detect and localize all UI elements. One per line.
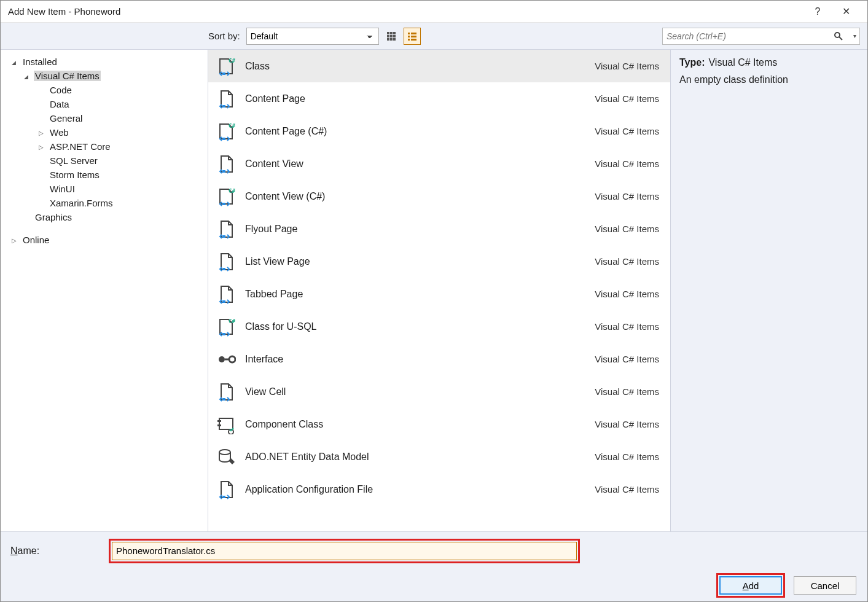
template-class-for-u-sql[interactable]: C# Class for U-SQL Visual C# Items bbox=[208, 310, 670, 343]
svg-rect-33 bbox=[222, 398, 225, 401]
template-content-page[interactable]: Content Page Visual C# Items bbox=[208, 82, 670, 115]
svg-rect-4 bbox=[390, 35, 393, 37]
tree-xamarin[interactable]: Xamarin.Forms bbox=[1, 196, 208, 210]
template-tabbed-page[interactable]: Tabbed Page Visual C# Items bbox=[208, 278, 670, 310]
search-icon[interactable] bbox=[834, 31, 850, 41]
template-content-page-c-[interactable]: C# Content Page (C#) Visual C# Items bbox=[208, 115, 670, 147]
template-name: List View Page bbox=[245, 256, 586, 267]
svg-text:C#: C# bbox=[229, 123, 235, 129]
close-button[interactable]: ✕ bbox=[832, 6, 860, 17]
template-category: Visual C# Items bbox=[595, 289, 659, 299]
search-dropdown-icon[interactable]: ▾ bbox=[850, 33, 859, 39]
toolbar: Sort by: Default ▾ bbox=[1, 23, 867, 50]
tree-web[interactable]: Web bbox=[1, 125, 208, 139]
svg-rect-12 bbox=[411, 36, 416, 37]
svg-point-32 bbox=[229, 356, 235, 362]
template-application-configuration-file[interactable]: Application Configuration File Visual C#… bbox=[208, 473, 670, 506]
template-view-cell[interactable]: View Cell Visual C# Items bbox=[208, 375, 670, 408]
name-input-highlight bbox=[109, 539, 580, 563]
svg-rect-3 bbox=[387, 35, 389, 37]
svg-text:C#: C# bbox=[229, 58, 235, 64]
template-icon bbox=[216, 88, 237, 109]
tree-sqlserver[interactable]: SQL Server bbox=[1, 154, 208, 168]
svg-rect-36 bbox=[217, 424, 221, 426]
template-name: Content View bbox=[245, 158, 586, 170]
template-category: Visual C# Items bbox=[595, 158, 659, 169]
svg-rect-11 bbox=[408, 36, 410, 37]
list-icon bbox=[407, 31, 417, 41]
template-ado-net-entity-data-model[interactable]: ADO.NET Entity Data Model Visual C# Item… bbox=[208, 440, 670, 473]
name-input[interactable] bbox=[112, 542, 577, 560]
tree-csharp-items[interactable]: Visual C# Items bbox=[1, 69, 208, 83]
tree-winui[interactable]: WinUI bbox=[1, 182, 208, 196]
template-category: Visual C# Items bbox=[595, 452, 659, 462]
template-component-class[interactable]: Component Class Visual C# Items bbox=[208, 408, 670, 440]
svg-point-15 bbox=[835, 33, 840, 37]
template-icon bbox=[216, 381, 237, 402]
cancel-button[interactable]: Cancel bbox=[794, 576, 856, 595]
svg-rect-29 bbox=[222, 333, 225, 335]
sort-select[interactable]: Default bbox=[246, 28, 379, 45]
svg-rect-39 bbox=[222, 496, 225, 498]
template-content-view-c-[interactable]: C# Content View (C#) Visual C# Items bbox=[208, 180, 670, 213]
tree-installed[interactable]: Installed bbox=[1, 55, 208, 69]
template-name: Content Page bbox=[245, 93, 586, 104]
svg-rect-9 bbox=[408, 33, 410, 34]
template-name: Class bbox=[245, 61, 586, 72]
template-interface[interactable]: Interface Visual C# Items bbox=[208, 343, 670, 375]
template-icon bbox=[216, 284, 237, 305]
svg-text:C#: C# bbox=[229, 318, 235, 324]
add-button[interactable]: Add bbox=[719, 576, 782, 595]
help-button[interactable]: ? bbox=[803, 6, 832, 17]
template-icon bbox=[216, 154, 237, 174]
tree-online[interactable]: Online bbox=[1, 233, 208, 247]
template-list: C# Class Visual C# Items Content Page Vi… bbox=[208, 50, 671, 531]
name-label: Name: bbox=[10, 545, 103, 557]
tree-data[interactable]: Data bbox=[1, 97, 208, 111]
detail-type: Type:Visual C# Items bbox=[679, 57, 859, 68]
template-name: Tabbed Page bbox=[245, 289, 586, 300]
svg-rect-13 bbox=[408, 39, 410, 41]
svg-line-16 bbox=[839, 37, 842, 40]
add-button-highlight: Add bbox=[716, 573, 785, 598]
svg-rect-19 bbox=[222, 105, 225, 108]
svg-text:C#: C# bbox=[229, 188, 235, 194]
template-category: Visual C# Items bbox=[595, 93, 659, 104]
view-grid-button[interactable] bbox=[383, 28, 400, 45]
main-area: Installed Visual C# Items Code Data Gene… bbox=[1, 50, 867, 531]
svg-point-38 bbox=[219, 450, 230, 455]
template-name: Interface bbox=[245, 354, 586, 365]
template-name: Content Page (C#) bbox=[245, 126, 586, 137]
search-input[interactable] bbox=[663, 30, 834, 42]
template-icon: C# bbox=[216, 186, 237, 207]
template-class[interactable]: C# Class Visual C# Items bbox=[208, 50, 670, 82]
view-list-button[interactable] bbox=[404, 28, 421, 45]
svg-rect-6 bbox=[387, 38, 389, 41]
detail-description: An empty class definition bbox=[679, 74, 859, 85]
svg-rect-26 bbox=[222, 268, 225, 270]
tree-aspnetcore[interactable]: ASP.NET Core bbox=[1, 139, 208, 154]
button-row: Add Cancel bbox=[1, 569, 867, 601]
search-box[interactable]: ▾ bbox=[662, 28, 860, 45]
tree-storm[interactable]: Storm Items bbox=[1, 168, 208, 182]
svg-rect-24 bbox=[222, 203, 225, 205]
template-content-view[interactable]: Content View Visual C# Items bbox=[208, 147, 670, 180]
sortby-label: Sort by: bbox=[208, 31, 240, 41]
template-icon bbox=[216, 479, 237, 500]
svg-point-30 bbox=[219, 356, 225, 362]
tree-graphics[interactable]: Graphics bbox=[1, 210, 208, 224]
template-icon bbox=[216, 447, 237, 467]
template-name: Application Configuration File bbox=[245, 484, 586, 495]
template-category: Visual C# Items bbox=[595, 321, 659, 332]
tree-code[interactable]: Code bbox=[1, 83, 208, 97]
template-name: Flyout Page bbox=[245, 224, 586, 235]
template-name: Component Class bbox=[245, 419, 586, 430]
template-category: Visual C# Items bbox=[595, 126, 659, 136]
template-category: Visual C# Items bbox=[595, 386, 659, 397]
template-list-view-page[interactable]: List View Page Visual C# Items bbox=[208, 245, 670, 278]
template-flyout-page[interactable]: Flyout Page Visual C# Items bbox=[208, 213, 670, 245]
svg-rect-35 bbox=[217, 420, 221, 422]
template-category: Visual C# Items bbox=[595, 224, 659, 234]
template-category: Visual C# Items bbox=[595, 419, 659, 429]
tree-general[interactable]: General bbox=[1, 111, 208, 125]
